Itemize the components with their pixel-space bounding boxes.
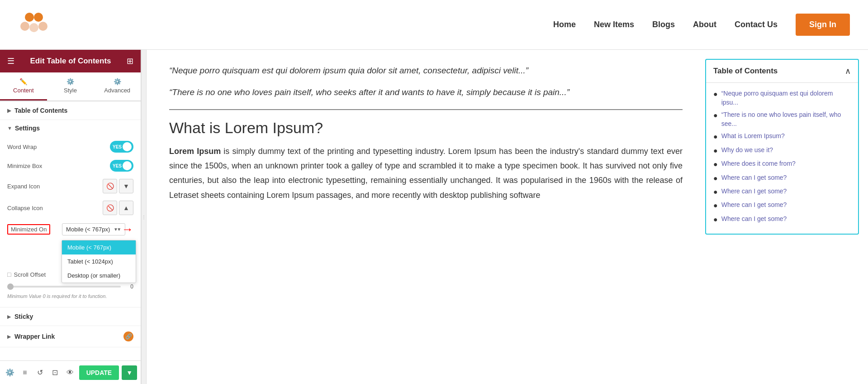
logo <box>18 10 50 39</box>
minimize-box-row: Minimize Box YES <box>7 156 133 175</box>
min-toggle-knob <box>123 161 132 170</box>
toc-item-8[interactable]: ● Where can I get some? <box>713 213 851 226</box>
eye-toolbar-icon[interactable]: 👁 <box>64 365 76 381</box>
advanced-tab-label: Advanced <box>104 87 130 94</box>
content-tab-icon: ✏️ <box>19 78 27 85</box>
toc-widget: Table of Contents ∧ ● “Neque porro quisq… <box>705 59 859 235</box>
content-divider <box>169 109 683 110</box>
svg-point-1 <box>34 13 43 22</box>
lorem-ipsum-bold: Lorem Ipsum <box>169 147 221 156</box>
minimize-box-toggle[interactable]: YES <box>110 160 133 172</box>
expand-icon-ban[interactable]: 🚫 <box>103 179 117 193</box>
grid-icon[interactable]: ⊞ <box>127 56 133 66</box>
toc-item-4[interactable]: ● Where does it come from? <box>713 158 851 171</box>
resize-handle[interactable]: ⋮ <box>141 50 147 384</box>
svg-point-4 <box>38 22 47 31</box>
nav-new-items[interactable]: New Items <box>594 20 634 29</box>
toc-item-3[interactable]: ● Why do we use it? <box>713 144 851 158</box>
wrapper-link-label: Wrapper Link <box>14 333 55 340</box>
dropdown-option-tablet[interactable]: Tablet (< 1024px) <box>62 254 136 269</box>
wrapper-link-arrow: ▶ <box>7 334 11 340</box>
content-body: Lorem Ipsum is simply dummy text of the … <box>169 144 683 203</box>
toc-bullet-2: ● <box>713 132 718 142</box>
collapse-icon-label: Collapse Icon <box>7 205 43 211</box>
toggle-yes-text: YES <box>113 144 122 149</box>
toc-item-7[interactable]: ● Where can I get some? <box>713 199 851 212</box>
bottom-toolbar: ⚙️ ≡ ↺ ⊡ 👁 UPDATE ▼ <box>0 360 141 384</box>
collapse-icon-ban[interactable]: 🚫 <box>103 201 117 215</box>
svg-point-2 <box>20 22 29 31</box>
left-panel: ☰ Edit Table of Contents ⊞ ✏️ Content ⚙️… <box>0 50 141 384</box>
nav-contact[interactable]: Contact Us <box>735 20 778 29</box>
toc-widget-header: Table of Contents ∧ <box>706 60 858 83</box>
minimized-on-controls: Mobile (< 767px)▼ ▼ → <box>62 222 133 236</box>
tab-content[interactable]: ✏️ Content <box>0 72 47 101</box>
collapse-icon-chevron[interactable]: ▲ <box>119 201 133 215</box>
slider-thumb[interactable] <box>7 283 14 290</box>
toggle-knob <box>123 142 132 151</box>
panel-tabs: ✏️ Content ⚙️ Style ⚙️ Advanced <box>0 72 141 101</box>
minimized-on-select[interactable]: Mobile (< 767px)▼ <box>62 223 125 235</box>
toc-collapse-icon[interactable]: ∧ <box>845 66 851 76</box>
toc-item-6[interactable]: ● Where can I get some? <box>713 185 851 199</box>
toc-widget-title: Table of Contents <box>713 67 778 76</box>
minimize-box-label: Minimize Box <box>7 163 42 169</box>
settings-toolbar-icon[interactable]: ⚙️ <box>4 365 16 381</box>
scroll-offset-label: □ Scroll Offset <box>7 271 46 278</box>
toc-bullet-8: ● <box>713 215 718 225</box>
minimized-dropdown-menu[interactable]: Mobile (< 767px) Tablet (< 1024px) Deskt… <box>62 240 136 283</box>
tab-style[interactable]: ⚙️ Style <box>47 72 94 101</box>
layers-toolbar-icon[interactable]: ≡ <box>19 365 31 381</box>
toc-item-1[interactable]: ● “There is no one who loves pain itself… <box>713 109 851 130</box>
dropdown-option-desktop[interactable]: Desktop (or smaller) <box>62 269 136 283</box>
toc-bullet-3: ● <box>713 146 718 156</box>
toc-item-5[interactable]: ● Where can I get some? <box>713 172 851 185</box>
right-content: “Neque porro quisquam est qui dolorem ip… <box>147 50 868 384</box>
sticky-section[interactable]: ▶ Sticky <box>0 307 141 326</box>
slider-value: 0 <box>124 283 133 290</box>
word-wrap-label: Word Wrap <box>7 144 37 150</box>
toc-item-2[interactable]: ● What is Lorem Ipsum? <box>713 130 851 144</box>
expand-icon-row: Expand Icon 🚫 ▼ <box>7 175 133 197</box>
collapse-icon-selector: 🚫 ▲ <box>103 201 133 215</box>
update-button[interactable]: UPDATE <box>79 365 119 380</box>
panel-body: ▶ Table of Contents ▼ Settings Word Wrap… <box>0 101 141 360</box>
quote-1: “Neque porro quisquam est qui dolorem ip… <box>169 63 683 78</box>
expand-icon-label: Expand Icon <box>7 183 40 190</box>
quote-2: “There is no one who loves pain itself, … <box>169 85 683 100</box>
sign-in-button[interactable]: Sign In <box>796 14 850 36</box>
toc-bullet-7: ● <box>713 201 718 211</box>
settings-label: Settings <box>15 125 40 132</box>
toc-section-header[interactable]: ▶ Table of Contents <box>0 101 141 120</box>
settings-title[interactable]: ▼ Settings <box>7 125 133 132</box>
toc-section-label: Table of Contents <box>14 107 67 114</box>
toc-bullet-0: ● <box>713 89 718 99</box>
style-tab-label: Style <box>64 87 77 94</box>
slider-track[interactable] <box>7 286 121 288</box>
main-text-area: “Neque porro quisquam est qui dolorem ip… <box>147 50 705 384</box>
panel-header: ☰ Edit Table of Contents ⊞ <box>0 50 141 72</box>
nav-blogs[interactable]: Blogs <box>652 20 675 29</box>
toc-section-arrow: ▶ <box>7 108 11 114</box>
panel-title: Edit Table of Contents <box>30 57 111 66</box>
toc-item-0[interactable]: ● “Neque porro quisquam est qui dolorem … <box>713 87 851 109</box>
svg-point-3 <box>29 23 38 32</box>
word-wrap-toggle[interactable]: YES <box>110 141 133 153</box>
dropdown-option-mobile[interactable]: Mobile (< 767px) <box>62 240 136 254</box>
collapse-icon-row: Collapse Icon 🚫 ▲ <box>7 197 133 219</box>
nav-about[interactable]: About <box>693 20 716 29</box>
settings-arrow: ▼ <box>7 125 12 131</box>
content-body-text: is simply dummy text of the printing and… <box>169 147 683 200</box>
update-arrow-button[interactable]: ▼ <box>122 365 137 380</box>
wrapper-link-section[interactable]: ▶ Wrapper Link 🔗 <box>0 326 141 347</box>
toc-bullet-6: ● <box>713 187 718 197</box>
nav-home[interactable]: Home <box>553 20 576 29</box>
content-tab-label: Content <box>13 87 34 94</box>
tab-advanced[interactable]: ⚙️ Advanced <box>94 72 141 101</box>
responsive-toolbar-icon[interactable]: ⊡ <box>49 365 61 381</box>
history-toolbar-icon[interactable]: ↺ <box>34 365 46 381</box>
expand-icon-selector: 🚫 ▼ <box>103 179 133 193</box>
expand-icon-chevron[interactable]: ▼ <box>119 179 133 193</box>
hamburger-icon[interactable]: ☰ <box>7 56 14 66</box>
toc-list: ● “Neque porro quisquam est qui dolorem … <box>706 83 858 234</box>
